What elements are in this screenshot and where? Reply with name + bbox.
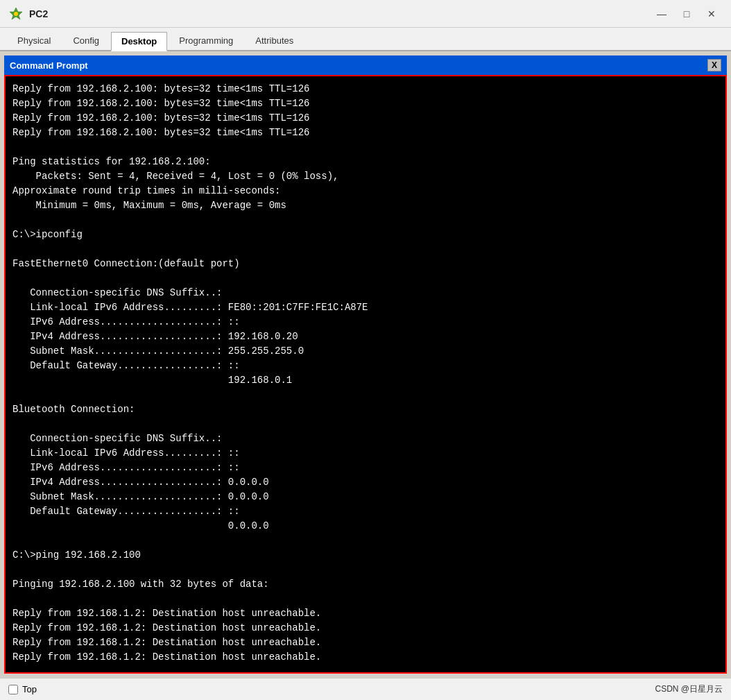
prompt-body[interactable]: Reply from 192.168.2.100: bytes=32 time<… (4, 75, 727, 674)
close-button[interactable]: ✕ (700, 4, 723, 24)
status-bar: Top CSDN @日星月云 (0, 678, 731, 700)
terminal-output: Reply from 192.168.2.100: bytes=32 time<… (12, 82, 719, 674)
svg-point-1 (14, 12, 18, 16)
tab-desktop[interactable]: Desktop (111, 32, 167, 51)
top-label: Top (22, 684, 37, 694)
window-title: PC2 (29, 8, 48, 19)
status-left: Top (8, 684, 37, 694)
title-bar-left: PC2 (8, 6, 48, 22)
main-area: Command Prompt X Reply from 192.168.2.10… (0, 51, 731, 678)
window-controls: — □ ✕ (651, 4, 723, 24)
tab-config[interactable]: Config (62, 31, 110, 50)
prompt-close-button[interactable]: X (707, 59, 721, 71)
prompt-titlebar: Command Prompt X (4, 56, 727, 75)
prompt-title: Command Prompt (10, 60, 88, 71)
title-bar: PC2 — □ ✕ (0, 0, 731, 28)
tab-bar: Physical Config Desktop Programming Attr… (0, 28, 731, 51)
command-prompt-window: Command Prompt X Reply from 192.168.2.10… (4, 56, 727, 674)
tab-physical[interactable]: Physical (7, 31, 61, 50)
app-icon (8, 6, 24, 22)
top-checkbox[interactable] (8, 685, 18, 694)
watermark: CSDN @日星月云 (655, 683, 723, 695)
minimize-button[interactable]: — (651, 4, 673, 24)
tab-attributes[interactable]: Attributes (245, 31, 304, 50)
tab-programming[interactable]: Programming (169, 31, 243, 50)
maximize-button[interactable]: □ (676, 4, 698, 24)
